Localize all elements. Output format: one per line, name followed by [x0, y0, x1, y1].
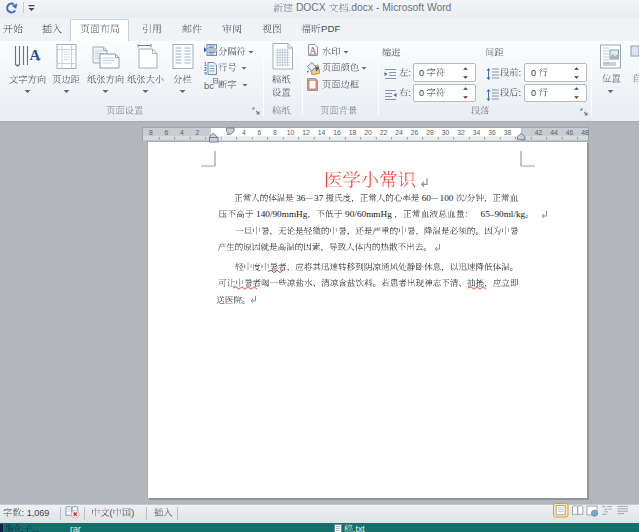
svg-text:48: 48 [581, 129, 589, 136]
svg-text:bc: bc [204, 80, 214, 90]
svg-text:3: 3 [204, 71, 207, 75]
svg-text:PDF: PDF [321, 23, 340, 34]
svg-text:: 1,069: : 1,069 [22, 507, 50, 517]
svg-text:28: 28 [426, 129, 434, 136]
svg-text:65–90ml/kg: 65–90ml/kg [480, 209, 525, 219]
svg-text:32: 32 [457, 129, 465, 136]
svg-text:8: 8 [149, 129, 153, 136]
svg-text:0: 0 [419, 67, 424, 77]
svg-text:10: 10 [287, 129, 295, 136]
svg-text:38: 38 [504, 129, 512, 136]
svg-text:4: 4 [242, 129, 246, 136]
svg-text:0: 0 [531, 67, 536, 77]
svg-text:): ) [131, 507, 134, 517]
svg-text:18: 18 [349, 129, 357, 136]
svg-text:140/90mmHg: 140/90mmHg [256, 209, 308, 219]
svg-text:44: 44 [550, 129, 558, 136]
svg-text:26: 26 [411, 129, 419, 136]
svg-text:0: 0 [419, 88, 424, 98]
svg-text:100: 100 [440, 192, 454, 202]
svg-text:A: A [309, 46, 316, 56]
svg-text:DOCX: DOCX [296, 2, 326, 13]
svg-text:36: 36 [488, 129, 496, 136]
svg-text:6: 6 [165, 129, 169, 136]
svg-text::: : [519, 88, 522, 98]
svg-text::: : [519, 67, 522, 77]
svg-text:14: 14 [318, 129, 326, 136]
svg-text:8: 8 [273, 129, 277, 136]
svg-text:24: 24 [395, 129, 403, 136]
svg-text:.txt: .txt [353, 524, 365, 532]
svg-text:2: 2 [196, 129, 200, 136]
svg-text:90/60mmHg: 90/60mmHg [345, 209, 392, 219]
svg-text:(: ( [109, 507, 112, 517]
svg-text:36: 36 [297, 192, 307, 202]
svg-text::: : [408, 67, 411, 77]
svg-text:/: / [465, 192, 468, 202]
svg-text:42: 42 [535, 129, 543, 136]
svg-text:34: 34 [473, 129, 481, 136]
svg-text:60: 60 [422, 192, 432, 202]
svg-text:37: 37 [314, 192, 324, 202]
svg-text:...: ... [32, 524, 39, 532]
svg-text:30: 30 [442, 129, 450, 136]
svg-text:16: 16 [333, 129, 341, 136]
svg-text:6: 6 [258, 129, 262, 136]
svg-text:0: 0 [531, 88, 536, 98]
svg-text:.docx - Microsoft Word: .docx - Microsoft Word [349, 2, 452, 13]
svg-text:22: 22 [380, 129, 388, 136]
svg-text:12: 12 [302, 129, 310, 136]
svg-text::: : [408, 88, 411, 98]
svg-text:46: 46 [566, 129, 574, 136]
svg-text:4: 4 [180, 129, 184, 136]
svg-text:20: 20 [364, 129, 372, 136]
svg-text:rar: rar [70, 524, 81, 532]
